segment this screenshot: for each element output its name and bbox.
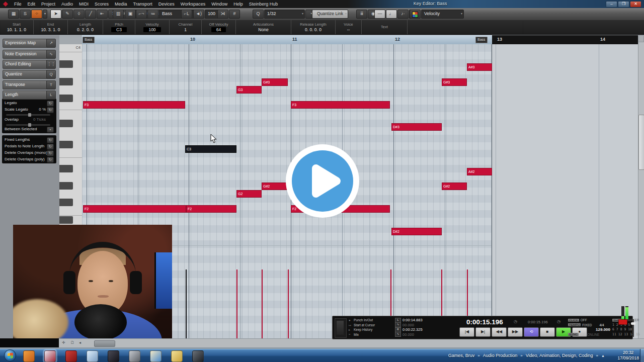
marker-numbers-row[interactable]: 11 12 13 14 15 — [612, 332, 644, 337]
maximize-button[interactable]: ❐ — [618, 1, 629, 8]
midi-note-f3[interactable]: F3 — [83, 101, 185, 109]
controller-lane-icon[interactable] — [410, 10, 421, 19]
timeline-ruler[interactable]: 1011121314BassBass — [82, 35, 638, 45]
black-key[interactable] — [59, 95, 73, 102]
taskbar-icon-media-player[interactable] — [23, 350, 35, 362]
info-field-off-velocity[interactable]: Off Velocity64 — [202, 20, 236, 34]
overlap-value[interactable]: 0 Ticks — [33, 117, 46, 123]
marker-numbers-row[interactable]: 1 2 3 4 5 — [612, 323, 644, 328]
goto-start-button[interactable]: |◀ — [459, 327, 474, 337]
black-key[interactable] — [59, 182, 73, 190]
goto-end-button[interactable]: ▶| — [475, 327, 491, 337]
snap-button[interactable]: ⋊ — [217, 10, 228, 19]
action-pedals-to-note-length[interactable]: Pedals to Note Length↻ — [5, 143, 54, 149]
menu-project[interactable]: Project — [38, 2, 58, 7]
close-button[interactable]: ✕ — [630, 1, 641, 8]
action-fixed-lengths[interactable]: Fixed Lengths↻ — [5, 137, 54, 143]
midi-note-ds2[interactable]: D#2 — [391, 228, 442, 235]
midi-note-g2[interactable]: G2 — [236, 190, 262, 198]
sync-value[interactable]: INT. — [580, 333, 586, 336]
info-field-articulations[interactable]: ArticulationsNone — [236, 20, 291, 34]
menu-window[interactable]: Window — [208, 2, 230, 7]
scale-legato-value[interactable]: 0 % — [39, 107, 46, 113]
show-part-borders-button[interactable]: ⌐¬ — [136, 10, 147, 19]
transport-option-mix[interactable]: ≈Mix — [349, 332, 375, 337]
midi-note-gs3[interactable]: G#3 — [262, 78, 288, 86]
taskbar-icon-unity[interactable] — [108, 350, 119, 362]
snap-type-button[interactable]: # — [229, 10, 240, 19]
midi-note-f2[interactable]: F2 — [83, 205, 186, 213]
horizontal-scrollbar-thumb[interactable] — [94, 340, 115, 347]
click-label[interactable]: CLICK — [568, 319, 579, 322]
midi-note-g3[interactable]: G3 — [236, 86, 262, 94]
transport-option-punch-in-out[interactable]: ●Punch In/Out — [349, 318, 375, 323]
taskbar-icon-capture[interactable] — [129, 350, 140, 362]
black-key[interactable] — [59, 78, 73, 85]
action-delete-overlaps-mono-[interactable]: Delete Overlaps (mono)↻ — [5, 150, 54, 156]
length-quantize-quarter-button[interactable]: ♩ — [386, 10, 397, 19]
note-expression-dropdown[interactable]: ▾ — [43, 10, 47, 19]
vertical-scrollbar-thumb[interactable] — [638, 115, 644, 170]
scale-legato-row[interactable]: Scale Legato 0 % ↻ — [5, 107, 54, 113]
minimize-button[interactable]: – — [606, 1, 617, 8]
quantize-icon[interactable]: Q — [253, 10, 264, 19]
sidebar-section-expression-map[interactable]: Expression Map — [3, 39, 53, 48]
taskbar-toolbar-video-animation-design-coding[interactable]: Video, Animation, Design, Coding — [526, 353, 593, 358]
start-button[interactable] — [4, 349, 16, 361]
menu-help[interactable]: Help — [230, 2, 246, 7]
tempo-value[interactable]: 129.000 — [568, 327, 610, 332]
info-field-text[interactable]: Text — [362, 20, 408, 34]
controller-lane-selector[interactable]: Velocity▾ — [421, 10, 464, 19]
trim-tool[interactable]: ⇤ — [97, 10, 108, 19]
sidebar-section-length[interactable]: Length — [3, 90, 53, 100]
midi-note-ds3[interactable]: D#3 — [391, 123, 442, 131]
transport-fader[interactable] — [335, 318, 347, 338]
menu-media[interactable]: Media — [112, 2, 130, 7]
action-apply-button[interactable]: ↻ — [47, 157, 54, 163]
action-delete-overlaps-poly-[interactable]: Delete Overlaps (poly)↻ — [5, 156, 54, 162]
meter-slider[interactable] — [632, 319, 634, 337]
menu-midi[interactable]: MIDI — [76, 2, 92, 7]
overlap-slider[interactable] — [6, 124, 50, 126]
bottom-scroll-strip[interactable]: ✛🗋◂ — [59, 338, 644, 348]
edit-active-part-button[interactable]: ≔ — [147, 10, 158, 19]
stop-button[interactable]: ■ — [540, 327, 555, 337]
scrollbar-top-button[interactable] — [638, 35, 644, 42]
action-apply-button[interactable]: ↻ — [47, 150, 54, 156]
sidebar-section-note-expression[interactable]: Note Expression — [3, 50, 53, 59]
taskbar-clock[interactable]: 20:32 17/09/2018 — [617, 350, 639, 361]
step-input-button[interactable]: ▣ — [125, 10, 136, 19]
midi-note-gs2[interactable]: G#2 — [262, 183, 288, 190]
part-end-marker[interactable]: Bass — [475, 37, 488, 43]
velocity-bar[interactable] — [288, 269, 289, 338]
taskbar-icon-cubase[interactable] — [44, 350, 56, 362]
quantize-preset[interactable]: 1/32▾ — [264, 10, 305, 19]
black-key[interactable] — [59, 216, 73, 224]
info-field-release-length[interactable]: Release Length0. 0. 0. 0 — [291, 20, 336, 34]
rewind-button[interactable]: ◀◀ — [492, 327, 507, 337]
sidebar-section-chord-editing[interactable]: Chord Editing — [3, 60, 53, 69]
velocity-bar-selected[interactable] — [186, 269, 187, 338]
menu-audio[interactable]: Audio — [58, 2, 76, 7]
strip-icon-1[interactable]: 🗋 — [70, 340, 74, 345]
black-key[interactable] — [59, 60, 73, 68]
time-signature[interactable]: 4/4 — [600, 323, 604, 327]
line-tool[interactable]: ╱ — [85, 10, 96, 19]
black-key[interactable] — [59, 199, 73, 206]
part-start-marker[interactable]: Bass — [83, 37, 95, 43]
forward-button[interactable]: ▶▶ — [508, 327, 523, 337]
length-quantize-dotted-button[interactable]: ♪· — [397, 10, 409, 19]
menu-scores[interactable]: Scores — [92, 2, 112, 7]
legato-row[interactable]: Legato ↻ — [5, 100, 54, 106]
secondary-time-display[interactable]: 0:00:15.196 — [528, 320, 548, 324]
click-value[interactable]: OFF — [581, 318, 587, 322]
sync-label[interactable]: SYNC — [568, 333, 579, 336]
black-key[interactable] — [59, 120, 73, 127]
action-apply-button[interactable]: ↻ — [47, 137, 54, 143]
taskbar-icon-folder[interactable] — [171, 350, 183, 362]
marker-numbers-row[interactable]: 6 7 8 9 10 — [612, 327, 644, 332]
acoustic-feedback-button[interactable]: ▥ — [113, 10, 124, 19]
taskbar-icon-pod-hd[interactable] — [65, 350, 77, 362]
sidebar-section-transpose[interactable]: Transpose — [3, 80, 53, 89]
vertical-scrollbar[interactable] — [638, 35, 644, 338]
